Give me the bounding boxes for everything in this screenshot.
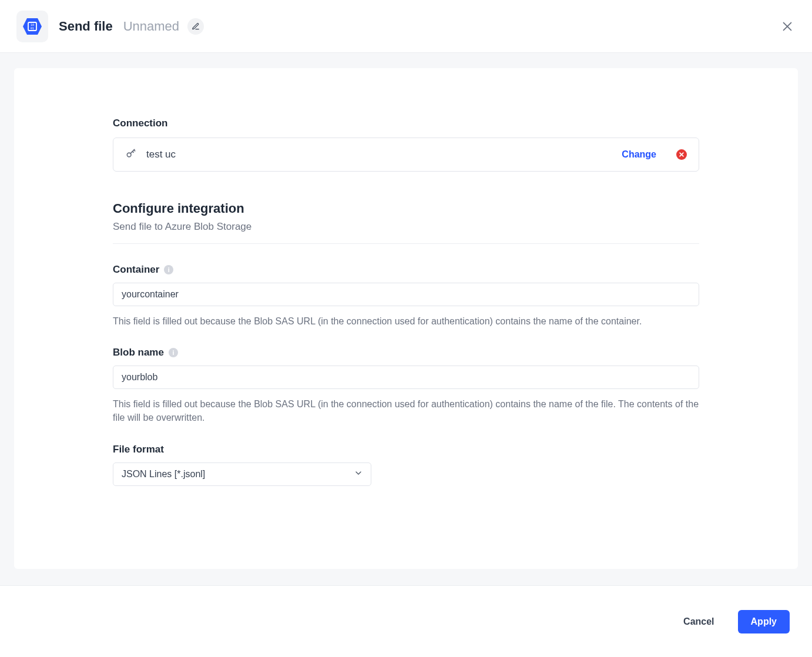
pencil-icon (192, 22, 200, 31)
container-input[interactable] (113, 283, 699, 306)
connection-label: Connection (113, 118, 699, 129)
container-label: Container (113, 264, 159, 276)
blob-label-row: Blob name i (113, 347, 699, 358)
edit-name-button[interactable] (187, 18, 204, 35)
blob-help: This field is filled out because the Blo… (113, 397, 699, 424)
format-select[interactable] (113, 462, 371, 486)
connection-box: test uc Change (113, 138, 699, 172)
remove-connection-button[interactable] (676, 149, 687, 160)
modal-title: Send file (59, 19, 113, 34)
format-select-wrap (113, 462, 371, 486)
configure-subheading: Send file to Azure Blob Storage (113, 221, 699, 233)
close-button[interactable] (779, 18, 796, 35)
format-label: File format (113, 444, 164, 455)
remove-icon (679, 152, 685, 157)
change-connection-link[interactable]: Change (622, 149, 656, 160)
divider (113, 243, 699, 244)
info-icon[interactable]: i (164, 265, 173, 274)
apply-button[interactable]: Apply (738, 610, 790, 633)
close-icon (781, 20, 794, 33)
modal-header: 10 01 Send file Unnamed (0, 0, 812, 53)
configure-heading: Configure integration (113, 201, 699, 216)
key-icon (125, 148, 137, 162)
blob-input[interactable] (113, 366, 699, 389)
blob-label: Blob name (113, 347, 164, 358)
format-label-row: File format (113, 444, 699, 455)
container-help: This field is filled out because the Blo… (113, 314, 699, 328)
info-icon[interactable]: i (169, 348, 178, 357)
cancel-button[interactable]: Cancel (670, 610, 727, 633)
modal-footer: Cancel Apply (0, 585, 812, 657)
modal-subtitle: Unnamed (123, 19, 179, 34)
connection-name: test uc (146, 149, 612, 160)
azure-blob-hex-icon: 10 01 (22, 16, 43, 37)
config-card: Connection test uc Change Configure inte… (14, 68, 798, 569)
integration-app-icon: 10 01 (16, 11, 48, 42)
svg-text:01: 01 (31, 26, 34, 30)
container-label-row: Container i (113, 264, 699, 276)
